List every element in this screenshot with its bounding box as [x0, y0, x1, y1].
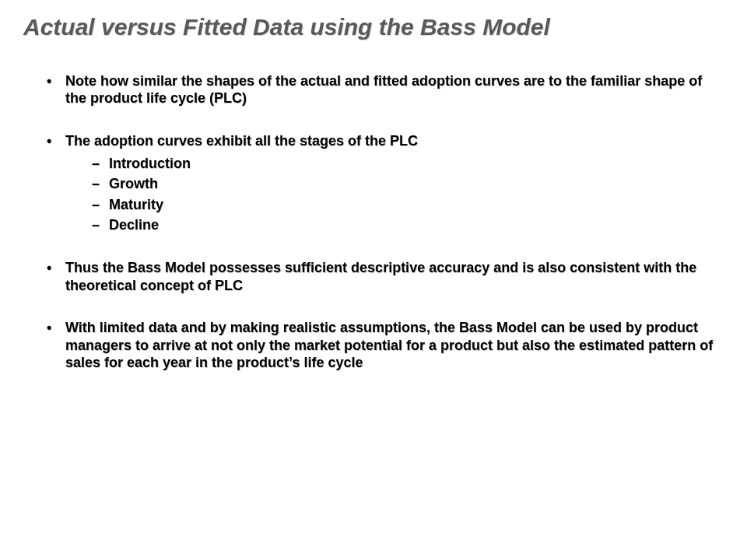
sub-bullet-text: Introduction	[109, 156, 191, 171]
sub-bullet-text: Decline	[109, 217, 159, 233]
sub-bullet-item: Introduction	[92, 154, 724, 173]
bullet-item: The adoption curves exhibit all the stag…	[47, 132, 724, 235]
bullet-item: With limited data and by making realisti…	[47, 319, 724, 372]
bullet-text: Note how similar the shapes of the actua…	[65, 73, 702, 107]
bullet-text: The adoption curves exhibit all the stag…	[65, 133, 418, 149]
bullet-list: Note how similar the shapes of the actua…	[23, 72, 724, 372]
sub-bullet-text: Growth	[109, 176, 158, 191]
slide-title: Actual versus Fitted Data using the Bass…	[23, 14, 724, 41]
slide: Actual versus Fitted Data using the Bass…	[0, 0, 747, 560]
sub-bullet-item: Maturity	[92, 195, 724, 214]
sub-bullet-item: Growth	[92, 174, 724, 193]
bullet-item: Thus the Bass Model possesses sufficient…	[47, 259, 724, 294]
bullet-text: With limited data and by making realisti…	[65, 320, 713, 370]
bullet-item: Note how similar the shapes of the actua…	[47, 72, 724, 107]
sub-bullet-list: Introduction Growth Maturity Decline	[65, 154, 724, 234]
bullet-text: Thus the Bass Model possesses sufficient…	[65, 260, 696, 293]
sub-bullet-text: Maturity	[109, 197, 163, 212]
sub-bullet-item: Decline	[92, 215, 724, 234]
